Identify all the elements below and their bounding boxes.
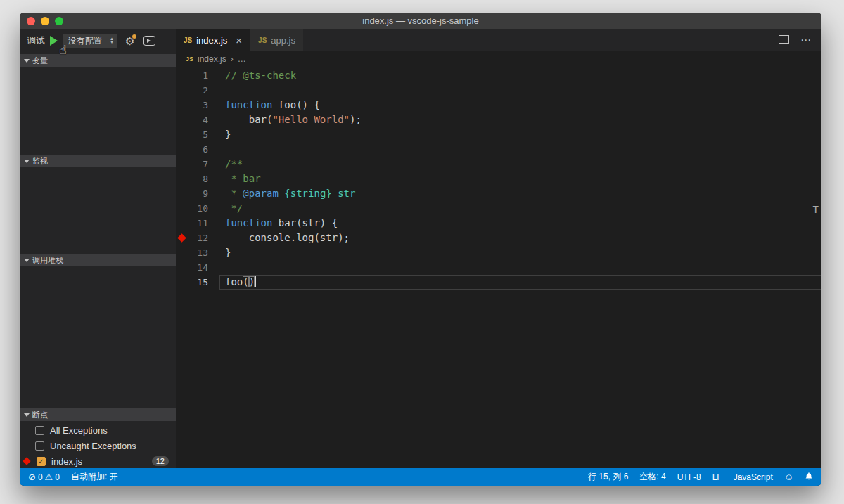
line-number: 1 [203,70,208,81]
breadcrumb-file[interactable]: index.js [198,54,226,64]
line-number: 13 [197,247,208,258]
section-callstack[interactable]: 调用堆栈 [20,254,176,266]
debug-config-dropdown[interactable]: 没有配置 ▲ ▼ [63,34,117,48]
code-line-content[interactable] [219,142,821,157]
code-line-content[interactable]: /** [219,157,821,172]
code-line-content[interactable]: */ [219,201,821,216]
auto-attach-status[interactable]: 自动附加: 开 [71,471,118,483]
section-breakpoints[interactable]: 断点 [20,408,176,421]
code-token: * bar [225,173,261,184]
code-line-content[interactable] [219,83,821,98]
breakpoint-line-badge: 12 [152,456,169,466]
code-line[interactable]: 11function bar(str) { [176,216,821,231]
line-number-gutter[interactable]: 7 [176,157,219,172]
code-line-content[interactable]: function bar(str) { [219,216,821,231]
code-line[interactable]: 6 [176,142,821,157]
code-line[interactable]: 5} [176,127,821,142]
code-line-content[interactable]: } [219,127,821,142]
line-number-gutter[interactable]: 15 [176,275,219,290]
zoom-window-button[interactable] [55,17,63,25]
line-number-gutter[interactable]: 1 [176,68,219,83]
code-line-content[interactable]: foo() [219,275,821,290]
code-line-content[interactable]: // @ts-check [219,68,821,83]
eol-status[interactable]: LF [712,472,722,482]
line-number-gutter[interactable]: 4 [176,112,219,127]
line-number-gutter[interactable]: 9 [176,186,219,201]
feedback-smiley-icon[interactable]: ☺ [784,472,793,482]
breakpoint-file-row[interactable]: ✓ index.js 12 [20,453,176,469]
error-icon: ⊘ [28,472,36,482]
line-number: 3 [203,100,208,110]
code-line[interactable]: 1// @ts-check [176,68,821,83]
js-file-icon: JS [186,56,193,63]
tab-label: index.js [196,35,227,46]
debug-toolbar: 调试 没有配置 ▲ ▼ ⚙ [20,29,176,53]
encoding-status[interactable]: UTF-8 [677,472,701,482]
split-editor-button[interactable] [779,34,789,46]
code-area[interactable]: 1// @ts-check23function foo() {4 bar("He… [176,67,821,468]
language-mode-status[interactable]: JavaScript [734,472,773,482]
code-line[interactable]: 8 * bar [176,172,821,186]
notifications-bell-icon[interactable] [805,472,813,483]
line-number-gutter[interactable]: 5 [176,127,219,142]
more-actions-button[interactable]: ⋯ [800,34,812,46]
code-line-content[interactable]: console.log(str); [219,231,821,245]
line-number-gutter[interactable]: 12 [176,231,219,245]
breakpoint-uncaught-exceptions-row[interactable]: Uncaught Exceptions [20,438,176,453]
indentation-status[interactable]: 空格: 4 [639,471,665,483]
code-token: foo() { [272,99,319,110]
code-line[interactable]: 9 * @param {string} str [176,186,821,201]
tab-index-js[interactable]: JS index.js × [176,29,250,51]
code-line-content[interactable]: * bar [219,172,821,186]
line-number-gutter[interactable]: 11 [176,216,219,231]
code-line[interactable]: 12 console.log(str); [176,231,821,245]
line-number-gutter[interactable]: 13 [176,245,219,260]
checkbox-all-exceptions[interactable] [35,426,44,435]
code-line[interactable]: 4 bar("Hello World"); [176,112,821,127]
minimize-window-button[interactable] [41,17,49,25]
tab-label: app.js [271,35,295,46]
problems-indicator[interactable]: ⊘ 0 ⚠ 0 [28,472,60,482]
configure-button[interactable]: ⚙ [125,36,134,46]
line-number-gutter[interactable]: 14 [176,260,219,275]
breakpoint-icon[interactable] [177,233,186,243]
code-token: foo [225,276,243,287]
line-number-gutter[interactable]: 8 [176,172,219,186]
code-line-content[interactable]: * @param {string} str [219,186,821,201]
code-line[interactable]: 15foo() [176,275,821,290]
line-number: 9 [203,188,208,199]
breakpoint-all-exceptions-row[interactable]: All Exceptions [20,422,176,438]
cursor-position-status[interactable]: 行 15, 列 6 [588,471,628,483]
close-window-button[interactable] [27,17,35,25]
warning-count: 0 [55,472,60,482]
checkbox-index-js[interactable]: ✓ [37,457,46,466]
debug-console-button[interactable] [143,36,155,46]
code-line[interactable]: 2 [176,83,821,98]
code-line-content[interactable] [219,260,821,275]
line-number-gutter[interactable]: 6 [176,142,219,157]
code-line-content[interactable]: function foo() { [219,98,821,112]
line-number-gutter[interactable]: 3 [176,98,219,112]
section-watch[interactable]: 监视 [20,155,176,167]
line-number: 14 [197,262,208,273]
titlebar[interactable]: index.js — vscode-js-sample [20,13,821,29]
close-tab-icon[interactable]: × [236,35,242,46]
tab-app-js[interactable]: JS app.js [250,29,304,51]
breadcrumb-symbol-ellipsis[interactable]: … [238,54,246,64]
code-token: "Hello World" [272,114,350,125]
code-line-content[interactable]: bar("Hello World"); [219,112,821,127]
debug-view-title: 调试 [27,34,45,47]
line-number-gutter[interactable]: 2 [176,83,219,98]
code-line[interactable]: 10 */ [176,201,821,216]
code-line[interactable]: 7/** [176,157,821,172]
section-variables[interactable]: 变量 [20,54,176,67]
line-number: 6 [203,144,208,155]
code-line[interactable]: 3function foo() { [176,98,821,112]
checkbox-uncaught-exceptions[interactable] [35,441,44,451]
code-line[interactable]: 14 [176,260,821,275]
line-number-gutter[interactable]: 10 [176,201,219,216]
code-line-content[interactable]: } [219,245,821,260]
start-debug-button[interactable] [50,36,58,46]
code-token: /** [225,158,243,169]
code-line[interactable]: 13} [176,245,821,260]
